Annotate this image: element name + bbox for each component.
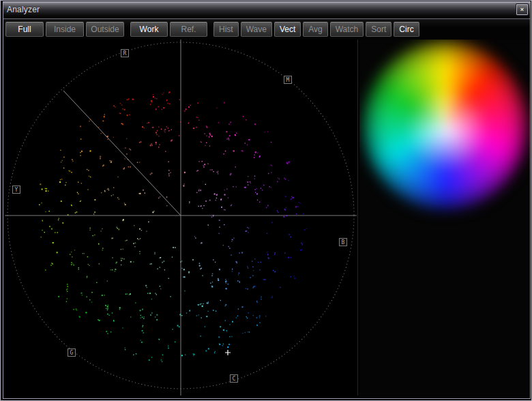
graticule-label-Y: Y	[13, 186, 20, 194]
toolbar-group-source: WorkRef.	[130, 22, 209, 37]
graticule-label-G: G	[68, 349, 76, 357]
sample-marker-cross	[225, 350, 231, 355]
toolbar-button-hist[interactable]: Hist	[213, 22, 239, 37]
skin-tone-line	[63, 91, 181, 216]
toolbar-button-inside[interactable]: Inside	[46, 22, 84, 37]
toolbar: FullInsideOutsideWorkRef.HistWaveVectAvg…	[3, 18, 530, 40]
toolbar-button-avg[interactable]: Avg	[303, 22, 327, 37]
toolbar-button-work[interactable]: Work	[130, 22, 168, 37]
graticule-label-M: M	[284, 76, 292, 84]
analyzer-window: Analyzer × FullInsideOutsideWorkRef.Hist…	[0, 0, 532, 401]
vectorscope-panel[interactable]: RMYBGC	[5, 40, 358, 396]
toolbar-button-sort[interactable]: Sort	[366, 22, 391, 37]
window-title: Analyzer	[7, 5, 40, 14]
toolbar-button-wave[interactable]: Wave	[241, 22, 272, 37]
toolbar-group-mode: HistWaveVectAvgWatchSortCirc	[213, 22, 422, 37]
svg-text:Y: Y	[15, 187, 18, 193]
graticule-label-C: C	[231, 375, 238, 383]
vectorscope-graph: RMYBGC	[5, 40, 357, 396]
graticule-label-B: B	[340, 239, 347, 246]
svg-text:B: B	[342, 239, 345, 246]
toolbar-group-range: FullInsideOutside	[5, 22, 126, 37]
toolbar-button-full[interactable]: Full	[5, 22, 44, 37]
svg-text:G: G	[70, 350, 74, 356]
title-bar[interactable]: Analyzer ×	[3, 2, 530, 18]
content-area: RMYBGC	[3, 40, 530, 398]
graticule-label-R: R	[121, 50, 129, 57]
toolbar-button-circ[interactable]: Circ	[394, 22, 419, 37]
toolbar-button-watch[interactable]: Watch	[330, 22, 364, 37]
close-icon: ×	[520, 6, 524, 13]
toolbar-button-vect[interactable]: Vect	[274, 22, 301, 37]
scatter-dots	[39, 91, 307, 362]
toolbar-button-ref[interactable]: Ref.	[170, 22, 207, 37]
svg-text:C: C	[233, 376, 236, 382]
svg-text:R: R	[123, 50, 127, 57]
toolbar-button-outside[interactable]: Outside	[86, 22, 124, 37]
preview-panel	[359, 40, 530, 398]
color-wheel-thumbnail[interactable]	[364, 42, 527, 209]
svg-text:M: M	[286, 77, 290, 83]
close-button[interactable]: ×	[516, 4, 528, 15]
